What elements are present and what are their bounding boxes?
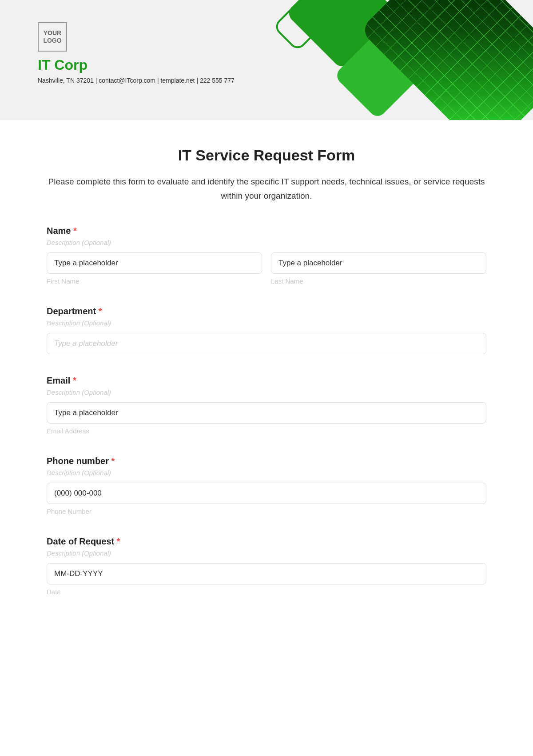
name-label-text: Name (47, 226, 71, 236)
name-label: Name * (47, 226, 486, 236)
form-container: IT Service Request Form Please complete … (0, 120, 533, 635)
required-marker: * (99, 306, 102, 316)
department-desc: Description (Optional) (47, 319, 486, 327)
phone-label: Phone number * (47, 456, 486, 466)
first-name-sublabel: First Name (47, 277, 262, 285)
company-info: Nashville, TN 37201 | contact@ITcorp.com… (38, 77, 533, 84)
email-label: Email * (47, 376, 486, 386)
phone-input[interactable] (47, 483, 486, 504)
phone-field-group: Phone number * Description (Optional) Ph… (47, 456, 486, 515)
date-label-text: Date of Request (47, 536, 114, 546)
department-input[interactable] (47, 333, 486, 354)
phone-desc: Description (Optional) (47, 469, 486, 476)
required-marker: * (73, 376, 76, 385)
email-sublabel: Email Address (47, 427, 486, 435)
required-marker: * (111, 456, 115, 466)
logo-text: YOUR LOGO (39, 29, 66, 44)
last-name-input[interactable] (271, 252, 486, 274)
form-title: IT Service Request Form (47, 147, 486, 164)
email-input[interactable] (47, 402, 486, 424)
email-field-group: Email * Description (Optional) Email Add… (47, 376, 486, 435)
required-marker: * (117, 536, 120, 546)
email-desc: Description (Optional) (47, 388, 486, 396)
company-name: IT Corp (38, 57, 533, 73)
email-label-text: Email (47, 376, 70, 385)
department-label: Department * (47, 306, 486, 316)
form-description: Please complete this form to evaluate an… (47, 175, 486, 204)
date-field-group: Date of Request * Description (Optional)… (47, 536, 486, 596)
name-desc: Description (Optional) (47, 239, 486, 246)
first-name-input[interactable] (47, 252, 262, 274)
phone-sublabel: Phone Number (47, 508, 486, 515)
required-marker: * (73, 226, 77, 236)
department-label-text: Department (47, 306, 96, 316)
name-field-group: Name * Description (Optional) First Name… (47, 226, 486, 285)
department-field-group: Department * Description (Optional) (47, 306, 486, 354)
date-label: Date of Request * (47, 536, 486, 547)
date-desc: Description (Optional) (47, 549, 486, 557)
date-input[interactable] (47, 563, 486, 584)
date-sublabel: Date (47, 588, 486, 596)
header-banner: YOUR LOGO IT Corp Nashville, TN 37201 | … (0, 0, 533, 120)
phone-label-text: Phone number (47, 456, 109, 466)
last-name-sublabel: Last Name (271, 277, 486, 285)
logo-placeholder: YOUR LOGO (38, 22, 67, 52)
